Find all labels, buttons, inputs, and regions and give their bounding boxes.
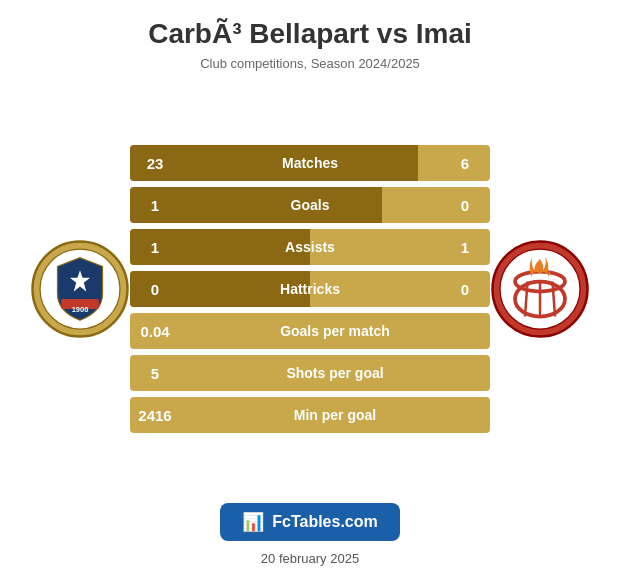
- stat-right-value: 6: [440, 155, 490, 172]
- stat-label: Goals: [180, 197, 440, 213]
- stat-label: Hattricks: [180, 281, 440, 297]
- stat-left-value: 0.04: [130, 323, 180, 340]
- fctables-logo[interactable]: 📊 FcTables.com: [220, 503, 400, 541]
- left-team-logo: 1906: [30, 239, 130, 339]
- svg-text:1906: 1906: [72, 305, 89, 314]
- stat-row: 1Goals0: [130, 187, 490, 223]
- stat-left-value: 5: [130, 365, 180, 382]
- stat-label: Assists: [180, 239, 440, 255]
- stat-row: 1Assists1: [130, 229, 490, 265]
- stat-left-value: 1: [130, 197, 180, 214]
- stat-right-value: 0: [440, 281, 490, 298]
- stat-right-value: 1: [440, 239, 490, 256]
- stat-row: 0.04Goals per match: [130, 313, 490, 349]
- fctables-text: FcTables.com: [272, 513, 378, 531]
- main-content: 1906 23Matches61Goals01Assists10Hattrick…: [0, 89, 620, 489]
- page-container: CarbÃ³ Bellapart vs Imai Club competitio…: [0, 0, 620, 580]
- stat-label: Goals per match: [180, 323, 490, 339]
- stat-label: Matches: [180, 155, 440, 171]
- stat-left-value: 1: [130, 239, 180, 256]
- match-date: 20 february 2025: [261, 551, 359, 566]
- stat-left-value: 0: [130, 281, 180, 298]
- right-team-logo: [490, 239, 590, 339]
- match-title: CarbÃ³ Bellapart vs Imai: [148, 18, 472, 50]
- stat-left-value: 23: [130, 155, 180, 172]
- stat-label: Shots per goal: [180, 365, 490, 381]
- stat-row: 0Hattricks0: [130, 271, 490, 307]
- stats-table: 23Matches61Goals01Assists10Hattricks00.0…: [130, 145, 490, 433]
- stat-row: 23Matches6: [130, 145, 490, 181]
- stat-right-value: 0: [440, 197, 490, 214]
- stat-row: 5Shots per goal: [130, 355, 490, 391]
- stat-left-value: 2416: [130, 407, 180, 424]
- match-subtitle: Club competitions, Season 2024/2025: [200, 56, 420, 71]
- chart-icon: 📊: [242, 511, 264, 533]
- stat-row: 2416Min per goal: [130, 397, 490, 433]
- stat-label: Min per goal: [180, 407, 490, 423]
